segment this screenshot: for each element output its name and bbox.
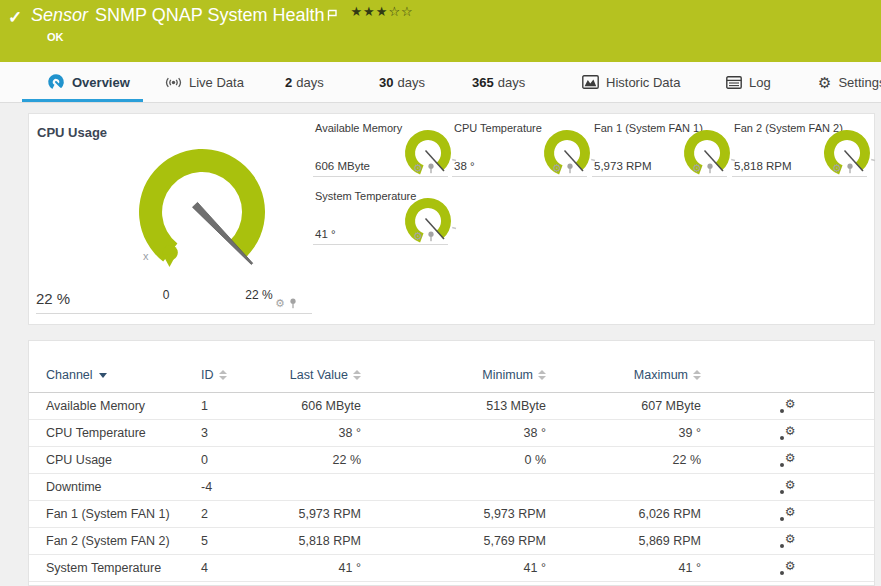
pin-icon[interactable] bbox=[427, 163, 435, 174]
channel-id: -4 bbox=[201, 480, 286, 494]
channel-name[interactable]: Fan 2 (System FAN 2) bbox=[29, 534, 201, 548]
channel-minimum: 38 ° bbox=[361, 426, 546, 440]
column-header-maximum[interactable]: Maximum bbox=[546, 368, 701, 382]
channel-last-value: 5,973 RPM bbox=[286, 507, 361, 521]
channel-minimum: 513 MByte bbox=[361, 399, 546, 413]
column-header-id[interactable]: ID bbox=[201, 368, 286, 382]
channel-settings-icon[interactable]: ⚙ bbox=[779, 534, 797, 549]
sort-icon bbox=[538, 370, 546, 380]
tab-365-days[interactable]: 365 days bbox=[472, 62, 525, 102]
tab-30-days[interactable]: 30 days bbox=[379, 62, 425, 102]
tab-bar: Overview Live Data 2 days 30 days 365 da… bbox=[0, 62, 881, 103]
tab-log[interactable]: Log bbox=[726, 62, 771, 102]
sort-icon bbox=[353, 370, 361, 380]
gauge-action-icons: ⚙ bbox=[413, 231, 435, 242]
sort-icon bbox=[219, 370, 227, 380]
channels-table-panel: Channel ID Last Value Minimum Maximum Av… bbox=[28, 340, 875, 586]
table-header-row: Channel ID Last Value Minimum Maximum bbox=[29, 341, 874, 393]
tab-settings[interactable]: ⚙ Settings bbox=[818, 62, 881, 102]
gauge-title: CPU Temperature bbox=[454, 122, 542, 134]
channel-last-value: 38 ° bbox=[286, 426, 361, 440]
live-data-icon bbox=[165, 75, 182, 90]
table-row[interactable]: Available Memory 1 606 MByte 513 MByte 6… bbox=[29, 393, 874, 420]
mini-gauge bbox=[679, 125, 739, 185]
gauge-scale-min: 0 bbox=[156, 288, 176, 302]
gauge-box-fan-2: Fan 2 (System FAN 2) 5,818 RPM ⚙ bbox=[732, 115, 867, 177]
flag-icon[interactable] bbox=[327, 6, 338, 27]
column-header-last-value[interactable]: Last Value bbox=[286, 368, 361, 382]
channel-maximum: 39 ° bbox=[546, 426, 701, 440]
channel-settings-icon[interactable]: ⚙ bbox=[779, 399, 797, 414]
gauge-action-icons: ⚙ bbox=[692, 163, 714, 174]
gauge-value: 5,818 RPM bbox=[734, 160, 792, 172]
tab-live-data[interactable]: Live Data bbox=[165, 62, 244, 102]
channel-settings-icon[interactable]: ⚙ bbox=[779, 453, 797, 468]
log-icon bbox=[726, 76, 742, 89]
sensor-title-line: SensorSNMP QNAP System Health★★★☆☆ bbox=[31, 5, 414, 27]
gauge-action-icons: ⚙ bbox=[552, 163, 574, 174]
gauge-value: 606 MByte bbox=[315, 160, 370, 172]
channel-name[interactable]: System Temperature bbox=[29, 561, 201, 575]
channel-name[interactable]: Downtime bbox=[29, 480, 201, 494]
channel-maximum: 607 MByte bbox=[546, 399, 701, 413]
mini-gauge bbox=[819, 125, 879, 185]
column-header-channel[interactable]: Channel bbox=[29, 368, 201, 382]
table-row[interactable]: Fan 2 (System FAN 2) 5 5,818 RPM 5,769 R… bbox=[29, 528, 874, 555]
channel-id: 2 bbox=[201, 507, 286, 521]
channel-settings-icon[interactable]: ⚙ bbox=[779, 426, 797, 441]
channel-minimum: 5,769 RPM bbox=[361, 534, 546, 548]
channel-name[interactable]: CPU Usage bbox=[29, 453, 201, 467]
divider bbox=[36, 313, 312, 314]
channel-name[interactable]: CPU Temperature bbox=[29, 426, 201, 440]
channel-id: 4 bbox=[201, 561, 286, 575]
channel-id: 1 bbox=[201, 399, 286, 413]
column-header-minimum[interactable]: Minimum bbox=[361, 368, 546, 382]
tab-overview[interactable]: Overview bbox=[47, 62, 130, 102]
gear-icon[interactable]: ⚙ bbox=[692, 163, 702, 174]
priority-stars[interactable]: ★★★☆☆ bbox=[350, 4, 413, 19]
gear-icon[interactable]: ⚙ bbox=[413, 231, 423, 242]
channel-settings-icon[interactable]: ⚙ bbox=[779, 561, 797, 576]
object-type-label: Sensor bbox=[31, 5, 88, 25]
channel-maximum: 22 % bbox=[546, 453, 701, 467]
table-row[interactable]: CPU Usage 0 22 % 0 % 22 % ⚙ bbox=[29, 447, 874, 474]
ok-check-icon: ✓ bbox=[8, 7, 22, 28]
pin-icon[interactable] bbox=[566, 163, 574, 174]
pin-icon[interactable] bbox=[706, 163, 714, 174]
gauges-panel: CPU Usage x 0 22 % 22 % ⚙ Available Memo… bbox=[28, 113, 875, 325]
tab-2-days[interactable]: 2 days bbox=[285, 62, 324, 102]
mini-gauge bbox=[539, 125, 599, 185]
table-row[interactable]: Downtime -4 ⚙ bbox=[29, 474, 874, 501]
historic-data-icon bbox=[582, 75, 599, 89]
pin-icon[interactable] bbox=[289, 298, 297, 309]
gauge-value: 38 ° bbox=[454, 160, 475, 172]
gear-icon[interactable]: ⚙ bbox=[275, 298, 285, 309]
tab-365-days-number: 365 bbox=[472, 75, 494, 90]
table-row[interactable]: Fan 1 (System FAN 1) 2 5,973 RPM 5,973 R… bbox=[29, 501, 874, 528]
tab-historic-data-label: Historic Data bbox=[606, 75, 680, 90]
channel-id: 3 bbox=[201, 426, 286, 440]
channel-maximum: 5,869 RPM bbox=[546, 534, 701, 548]
active-tab-underline bbox=[22, 99, 143, 102]
channel-settings-icon[interactable]: ⚙ bbox=[779, 507, 797, 522]
gear-icon[interactable]: ⚙ bbox=[413, 163, 423, 174]
tab-historic-data[interactable]: Historic Data bbox=[582, 62, 680, 102]
sensor-status-header: ✓ SensorSNMP QNAP System Health★★★☆☆ OK bbox=[0, 0, 881, 62]
table-row[interactable]: CPU Temperature 3 38 ° 38 ° 39 ° ⚙ bbox=[29, 420, 874, 447]
channel-settings-icon[interactable]: ⚙ bbox=[779, 480, 797, 495]
gear-icon[interactable]: ⚙ bbox=[552, 163, 562, 174]
status-badge: OK bbox=[47, 31, 64, 43]
pin-icon[interactable] bbox=[846, 163, 854, 174]
gauge-box-available-memory: Available Memory 606 MByte ⚙ bbox=[313, 115, 448, 177]
pin-icon[interactable] bbox=[427, 231, 435, 242]
gauge-box-cpu-temperature: CPU Temperature 38 ° ⚙ bbox=[452, 115, 587, 177]
tab-log-label: Log bbox=[749, 75, 771, 90]
channel-last-value: 606 MByte bbox=[286, 399, 361, 413]
table-row[interactable]: System Temperature 4 41 ° 41 ° 41 ° ⚙ bbox=[29, 555, 874, 582]
gauge-title: Available Memory bbox=[315, 122, 402, 134]
channel-minimum: 41 ° bbox=[361, 561, 546, 575]
gear-icon[interactable]: ⚙ bbox=[832, 163, 842, 174]
channel-name[interactable]: Available Memory bbox=[29, 399, 201, 413]
channel-name[interactable]: Fan 1 (System FAN 1) bbox=[29, 507, 201, 521]
gauge-box-fan-1: Fan 1 (System FAN 1) 5,973 RPM ⚙ bbox=[592, 115, 727, 177]
